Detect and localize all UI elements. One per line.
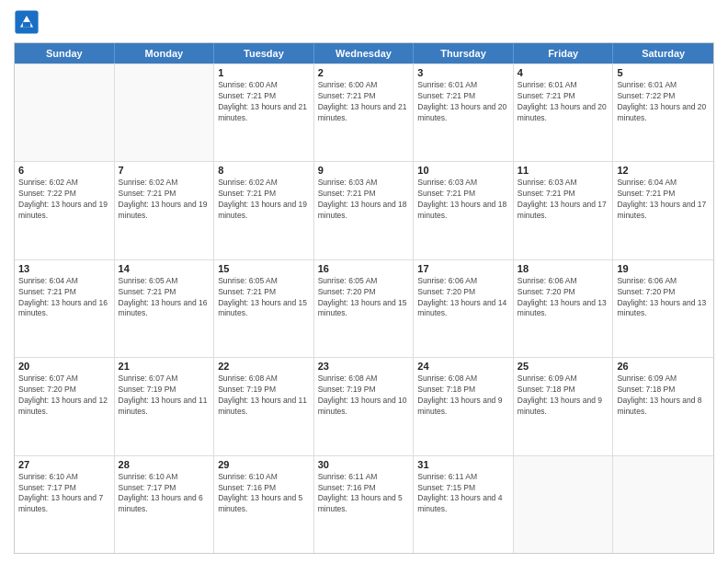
day-cell-3: 3Sunrise: 6:01 AMSunset: 7:21 PMDaylight… bbox=[414, 64, 514, 161]
day-number: 18 bbox=[518, 263, 609, 274]
day-number: 28 bbox=[119, 459, 210, 470]
day-cell-28: 28Sunrise: 6:10 AMSunset: 7:17 PMDayligh… bbox=[115, 456, 215, 553]
day-number: 13 bbox=[18, 263, 110, 274]
day-number: 11 bbox=[518, 165, 609, 176]
day-cell-18: 18Sunrise: 6:06 AMSunset: 7:20 PMDayligh… bbox=[514, 260, 614, 357]
day-number: 6 bbox=[18, 165, 110, 176]
day-cell-8: 8Sunrise: 6:02 AMSunset: 7:21 PMDaylight… bbox=[214, 162, 314, 259]
day-info: Sunrise: 6:01 AMSunset: 7:21 PMDaylight:… bbox=[417, 80, 509, 124]
day-info: Sunrise: 6:07 AMSunset: 7:20 PMDaylight:… bbox=[18, 373, 110, 418]
day-info: Sunrise: 6:01 AMSunset: 7:22 PMDaylight:… bbox=[617, 80, 710, 124]
day-info: Sunrise: 6:04 AMSunset: 7:21 PMDaylight:… bbox=[18, 276, 110, 320]
day-info: Sunrise: 6:11 AMSunset: 7:15 PMDaylight:… bbox=[417, 472, 509, 516]
logo bbox=[14, 9, 43, 35]
week-row-4: 20Sunrise: 6:07 AMSunset: 7:20 PMDayligh… bbox=[15, 357, 713, 454]
day-cell-31: 31Sunrise: 6:11 AMSunset: 7:15 PMDayligh… bbox=[414, 456, 514, 553]
day-info: Sunrise: 6:04 AMSunset: 7:21 PMDaylight:… bbox=[617, 178, 710, 222]
day-number: 25 bbox=[518, 361, 609, 372]
header bbox=[14, 9, 714, 35]
day-number: 10 bbox=[417, 165, 509, 176]
day-cell-19: 19Sunrise: 6:06 AMSunset: 7:20 PMDayligh… bbox=[613, 260, 713, 357]
day-cell-15: 15Sunrise: 6:05 AMSunset: 7:21 PMDayligh… bbox=[214, 260, 314, 357]
day-number: 15 bbox=[218, 263, 310, 274]
day-info: Sunrise: 6:08 AMSunset: 7:18 PMDaylight:… bbox=[417, 373, 509, 418]
week-row-2: 6Sunrise: 6:02 AMSunset: 7:22 PMDaylight… bbox=[15, 161, 713, 259]
day-info: Sunrise: 6:03 AMSunset: 7:21 PMDaylight:… bbox=[417, 178, 509, 222]
day-cell-24: 24Sunrise: 6:08 AMSunset: 7:18 PMDayligh… bbox=[414, 358, 514, 454]
day-number: 14 bbox=[119, 263, 210, 274]
day-cell-21: 21Sunrise: 6:07 AMSunset: 7:19 PMDayligh… bbox=[115, 358, 215, 454]
day-number: 4 bbox=[518, 67, 609, 78]
header-day-tuesday: Tuesday bbox=[214, 43, 314, 63]
day-info: Sunrise: 6:05 AMSunset: 7:20 PMDaylight:… bbox=[318, 276, 410, 320]
day-cell-1: 1Sunrise: 6:00 AMSunset: 7:21 PMDaylight… bbox=[214, 64, 314, 161]
header-day-friday: Friday bbox=[514, 43, 614, 63]
day-cell-10: 10Sunrise: 6:03 AMSunset: 7:21 PMDayligh… bbox=[414, 162, 514, 259]
day-cell-6: 6Sunrise: 6:02 AMSunset: 7:22 PMDaylight… bbox=[15, 162, 115, 259]
day-cell-25: 25Sunrise: 6:09 AMSunset: 7:18 PMDayligh… bbox=[514, 358, 614, 454]
day-number: 12 bbox=[617, 165, 710, 176]
day-info: Sunrise: 6:02 AMSunset: 7:21 PMDaylight:… bbox=[119, 178, 210, 222]
day-cell-17: 17Sunrise: 6:06 AMSunset: 7:20 PMDayligh… bbox=[414, 260, 514, 357]
page: SundayMondayTuesdayWednesdayThursdayFrid… bbox=[0, 0, 728, 563]
day-cell-27: 27Sunrise: 6:10 AMSunset: 7:17 PMDayligh… bbox=[15, 456, 115, 553]
day-number: 31 bbox=[417, 459, 509, 470]
day-cell-4: 4Sunrise: 6:01 AMSunset: 7:21 PMDaylight… bbox=[514, 64, 614, 161]
day-number: 21 bbox=[119, 361, 210, 372]
day-cell-23: 23Sunrise: 6:08 AMSunset: 7:19 PMDayligh… bbox=[314, 358, 415, 454]
day-info: Sunrise: 6:11 AMSunset: 7:16 PMDaylight:… bbox=[318, 472, 410, 516]
day-number: 17 bbox=[417, 263, 509, 274]
day-cell-29: 29Sunrise: 6:10 AMSunset: 7:16 PMDayligh… bbox=[214, 456, 314, 553]
empty-cell bbox=[514, 456, 614, 553]
day-info: Sunrise: 6:05 AMSunset: 7:21 PMDaylight:… bbox=[218, 276, 310, 320]
day-info: Sunrise: 6:03 AMSunset: 7:21 PMDaylight:… bbox=[318, 178, 410, 222]
day-info: Sunrise: 6:03 AMSunset: 7:21 PMDaylight:… bbox=[518, 178, 609, 222]
day-cell-12: 12Sunrise: 6:04 AMSunset: 7:21 PMDayligh… bbox=[613, 162, 713, 259]
day-cell-14: 14Sunrise: 6:05 AMSunset: 7:21 PMDayligh… bbox=[115, 260, 215, 357]
empty-cell bbox=[115, 64, 215, 161]
day-info: Sunrise: 6:08 AMSunset: 7:19 PMDaylight:… bbox=[318, 373, 410, 418]
day-info: Sunrise: 6:06 AMSunset: 7:20 PMDaylight:… bbox=[417, 276, 509, 320]
header-day-monday: Monday bbox=[115, 43, 215, 63]
day-cell-11: 11Sunrise: 6:03 AMSunset: 7:21 PMDayligh… bbox=[514, 162, 614, 259]
empty-cell bbox=[15, 64, 115, 161]
day-cell-9: 9Sunrise: 6:03 AMSunset: 7:21 PMDaylight… bbox=[314, 162, 415, 259]
day-cell-13: 13Sunrise: 6:04 AMSunset: 7:21 PMDayligh… bbox=[15, 260, 115, 357]
day-info: Sunrise: 6:09 AMSunset: 7:18 PMDaylight:… bbox=[617, 373, 710, 418]
day-info: Sunrise: 6:08 AMSunset: 7:19 PMDaylight:… bbox=[218, 373, 310, 418]
day-cell-7: 7Sunrise: 6:02 AMSunset: 7:21 PMDaylight… bbox=[115, 162, 215, 259]
week-row-1: 1Sunrise: 6:00 AMSunset: 7:21 PMDaylight… bbox=[15, 63, 713, 161]
day-info: Sunrise: 6:07 AMSunset: 7:19 PMDaylight:… bbox=[119, 373, 210, 418]
day-cell-2: 2Sunrise: 6:00 AMSunset: 7:21 PMDaylight… bbox=[314, 64, 415, 161]
day-number: 24 bbox=[417, 361, 509, 372]
day-info: Sunrise: 6:10 AMSunset: 7:17 PMDaylight:… bbox=[18, 472, 110, 516]
day-number: 29 bbox=[218, 459, 310, 470]
calendar-header: SundayMondayTuesdayWednesdayThursdayFrid… bbox=[15, 43, 713, 63]
day-info: Sunrise: 6:02 AMSunset: 7:21 PMDaylight:… bbox=[218, 178, 310, 222]
day-cell-20: 20Sunrise: 6:07 AMSunset: 7:20 PMDayligh… bbox=[15, 358, 115, 454]
day-number: 1 bbox=[218, 67, 310, 78]
day-info: Sunrise: 6:06 AMSunset: 7:20 PMDaylight:… bbox=[518, 276, 609, 320]
day-info: Sunrise: 6:00 AMSunset: 7:21 PMDaylight:… bbox=[318, 80, 410, 124]
day-number: 2 bbox=[318, 67, 410, 78]
day-cell-30: 30Sunrise: 6:11 AMSunset: 7:16 PMDayligh… bbox=[314, 456, 415, 553]
day-number: 22 bbox=[218, 361, 310, 372]
day-number: 30 bbox=[318, 459, 410, 470]
logo-icon bbox=[14, 9, 40, 35]
day-cell-16: 16Sunrise: 6:05 AMSunset: 7:20 PMDayligh… bbox=[314, 260, 415, 357]
day-info: Sunrise: 6:05 AMSunset: 7:21 PMDaylight:… bbox=[119, 276, 210, 320]
day-info: Sunrise: 6:02 AMSunset: 7:22 PMDaylight:… bbox=[18, 178, 110, 222]
day-number: 27 bbox=[18, 459, 110, 470]
day-info: Sunrise: 6:10 AMSunset: 7:17 PMDaylight:… bbox=[119, 472, 210, 516]
week-row-5: 27Sunrise: 6:10 AMSunset: 7:17 PMDayligh… bbox=[15, 455, 713, 553]
calendar-body: 1Sunrise: 6:00 AMSunset: 7:21 PMDaylight… bbox=[15, 63, 713, 553]
day-info: Sunrise: 6:00 AMSunset: 7:21 PMDaylight:… bbox=[218, 80, 310, 124]
svg-rect-2 bbox=[23, 22, 30, 28]
day-cell-5: 5Sunrise: 6:01 AMSunset: 7:22 PMDaylight… bbox=[613, 64, 713, 161]
day-number: 20 bbox=[18, 361, 110, 372]
day-number: 19 bbox=[617, 263, 710, 274]
day-cell-26: 26Sunrise: 6:09 AMSunset: 7:18 PMDayligh… bbox=[613, 358, 713, 454]
day-number: 3 bbox=[417, 67, 509, 78]
day-number: 5 bbox=[617, 67, 710, 78]
day-cell-22: 22Sunrise: 6:08 AMSunset: 7:19 PMDayligh… bbox=[214, 358, 314, 454]
